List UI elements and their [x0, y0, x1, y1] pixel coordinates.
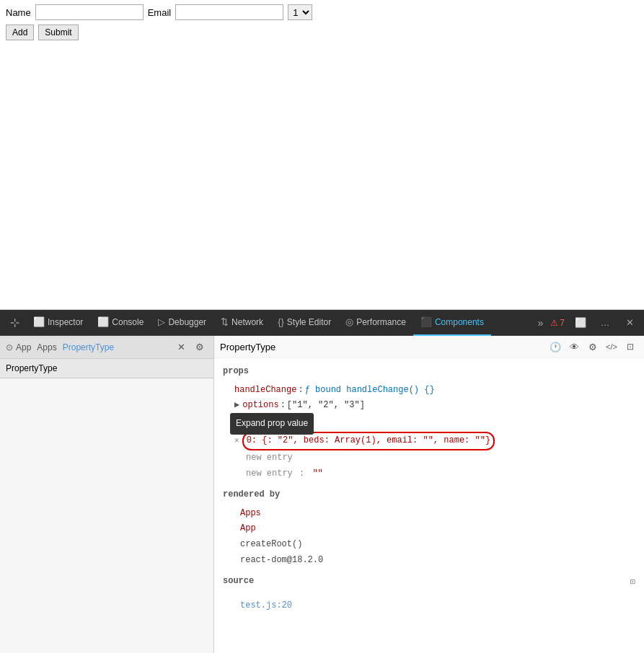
tab-inspector[interactable]: ⬜ Inspector — [26, 310, 90, 336]
right-panel-header: PropertyType 🕐 👁 ⚙ </> ⊡ — [214, 336, 644, 358]
inspector-label: Inspector — [48, 317, 83, 327]
screen-icon-btn[interactable]: ⬜ — [569, 310, 592, 336]
expand-source-icon[interactable]: ⊡ — [630, 575, 635, 591]
devtools-container: ⊹ ⬜ Inspector ⬜ Console ▷ Debugger ⇅ Net… — [0, 310, 644, 653]
new-entry-2-sep: : — [299, 468, 304, 479]
error-badge[interactable]: ⚠ 7 — [547, 318, 568, 328]
right-panel-title: PropertyType — [220, 342, 275, 352]
tab-network[interactable]: ⇅ Network — [213, 310, 270, 336]
component-title: PropertyType — [0, 359, 213, 378]
screen-icon: ⬜ — [575, 317, 586, 328]
app-area: Name Email 1 2 3 Add Submit — [0, 0, 644, 310]
rendered-app: App — [223, 521, 635, 537]
handle-change-prop: handleChange : ƒ bound handleChange() {} — [223, 383, 635, 399]
rendered-apps: Apps — [223, 506, 635, 522]
source-section: test.js:20 — [223, 598, 635, 614]
rendered-by-label: rendered by — [223, 487, 635, 503]
expand-panel-icon[interactable]: ⊡ — [622, 339, 638, 355]
close-panel-btn[interactable]: ✕ — [173, 339, 189, 355]
cursor-icon: ⊹ — [10, 316, 19, 329]
name-input[interactable] — [35, 4, 144, 20]
left-panel-tools: ✕ ⚙ — [173, 339, 208, 355]
target-icon[interactable]: ⊙ — [6, 342, 13, 352]
item-0-row: ✕ 0: {: "2", beds: Array(1), email: "", … — [234, 432, 635, 450]
clock-icon[interactable]: 🕐 — [547, 339, 563, 355]
more-options-btn[interactable]: … — [594, 310, 617, 336]
number-select[interactable]: 1 2 3 — [288, 4, 312, 20]
left-panel: ⊙ App Apps PropertyType ✕ ⚙ PropertyType — [0, 336, 214, 653]
email-input[interactable] — [175, 4, 283, 20]
rendered-createroot: createRoot() — [223, 537, 635, 553]
submit-button[interactable]: Submit — [38, 25, 78, 40]
rendered-by-section: Apps App createRoot() react-dom@18.2.0 — [223, 506, 635, 568]
toolbar-right: » ⚠ 7 ⬜ … ✕ — [535, 310, 641, 336]
tab-console[interactable]: ⬜ Console — [90, 310, 151, 336]
item-0-value2: email: "", name: ""} — [387, 435, 490, 445]
new-entry-1: new entry — [223, 450, 635, 466]
settings-icon[interactable]: ⚙ — [585, 339, 601, 355]
network-icon: ⇅ — [221, 316, 229, 327]
style-editor-icon: {} — [278, 316, 284, 327]
gear-panel-btn[interactable]: ⚙ — [192, 339, 208, 355]
console-label: Console — [112, 317, 144, 327]
item-0-value: 0: {: "2", beds: Array(1), — [247, 435, 381, 445]
network-label: Network — [231, 317, 263, 327]
props-section-label: props — [223, 364, 635, 380]
new-entry-2: new entry : "" — [223, 466, 635, 482]
source-section-label: source — [223, 574, 254, 590]
more-tabs-icon[interactable]: » — [535, 317, 547, 329]
options-expand-arrow[interactable]: ▶ — [234, 398, 239, 414]
debugger-icon: ▷ — [158, 316, 165, 327]
new-entry-1-label: new entry — [246, 453, 293, 463]
new-entry-2-label: new entry — [246, 468, 293, 479]
breadcrumb-active[interactable]: PropertyType — [63, 342, 114, 352]
left-panel-header: ⊙ App Apps PropertyType ✕ ⚙ — [0, 336, 213, 359]
breadcrumb-apps[interactable]: Apps — [37, 342, 56, 352]
tab-debugger[interactable]: ▷ Debugger — [151, 310, 213, 336]
right-panel-icons: 🕐 👁 ⚙ </> ⊡ — [547, 339, 638, 355]
performance-icon: ◎ — [345, 316, 353, 327]
item-0-highlight: 0: {: "2", beds: Array(1), email: "", na… — [242, 432, 495, 450]
button-row: Add Submit — [6, 25, 638, 40]
panel-body: props handleChange : ƒ bound handleChang… — [214, 358, 644, 619]
form-row: Name Email 1 2 3 — [6, 4, 638, 20]
add-button[interactable]: Add — [6, 25, 34, 40]
tooltip-box: Expand prop value — [230, 413, 314, 435]
item-0-close-btn[interactable]: ✕ — [234, 434, 239, 448]
rendered-reactdom: react-dom@18.2.0 — [223, 553, 635, 569]
components-icon: ⬛ — [420, 316, 432, 327]
new-entry-2-value: "" — [312, 468, 322, 479]
devtools-toolbar: ⊹ ⬜ Inspector ⬜ Console ▷ Debugger ⇅ Net… — [0, 310, 644, 336]
right-panel: PropertyType 🕐 👁 ⚙ </> ⊡ props handleCha… — [214, 336, 644, 653]
devtools-content: ⊙ App Apps PropertyType ✕ ⚙ PropertyType… — [0, 336, 644, 653]
code-icon[interactable]: </> — [604, 339, 619, 355]
debugger-label: Debugger — [168, 317, 206, 327]
components-label: Components — [435, 317, 484, 327]
inspector-icon: ⬜ — [33, 316, 45, 327]
error-icon: ⚠ — [550, 318, 558, 328]
performance-label: Performance — [356, 317, 406, 327]
source-header: source ⊡ — [223, 574, 635, 592]
close-devtools-btn[interactable]: ✕ — [618, 310, 641, 336]
more-dots-icon: … — [601, 317, 610, 328]
devtools-menu-icon[interactable]: ⊹ — [3, 310, 26, 336]
breadcrumb-app[interactable]: App — [16, 342, 31, 352]
email-label: Email — [148, 7, 172, 18]
console-icon: ⬜ — [97, 316, 109, 327]
item-0-container: Expand prop value ✕ 0: {: "2", beds: Arr… — [223, 432, 635, 450]
style-editor-label: Style Editor — [287, 317, 331, 327]
error-count: 7 — [560, 318, 565, 328]
source-file-link[interactable]: test.js:20 — [223, 598, 635, 614]
tab-performance[interactable]: ◎ Performance — [338, 310, 413, 336]
name-label: Name — [6, 7, 31, 18]
tab-components[interactable]: ⬛ Components — [413, 310, 491, 336]
tab-style-editor[interactable]: {} Style Editor — [270, 310, 338, 336]
eye-icon[interactable]: 👁 — [566, 339, 582, 355]
options-prop: ▶ options : ["1", "2", "3"] — [223, 398, 635, 414]
close-icon: ✕ — [626, 317, 634, 328]
